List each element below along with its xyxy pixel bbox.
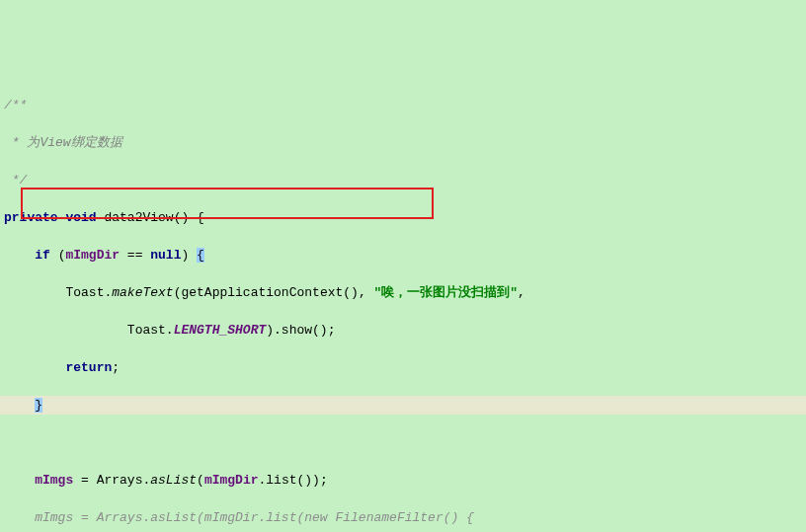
commented-code: mImgs = Arrays.asList(mImgDir.list(new F… [35,510,474,525]
text: (getApplicationContext(), [174,285,374,300]
highlighted-line: } [0,396,806,415]
text: ) [181,248,197,263]
field-mimgdir-2: mImgDir [204,473,259,488]
static-call-aslist: asList [150,473,197,488]
static-call-maketext: makeText [112,285,173,300]
text: ( [197,473,204,488]
brace-close: } [35,398,42,413]
code-block: /** * 为View绑定数据 */ private void data2Vie… [0,75,806,532]
string-literal: "唉，一张图片没扫描到" [374,285,519,300]
comment-close: */ [4,173,27,188]
text: , [518,285,525,300]
keyword-null: null [150,248,181,263]
keyword-private: private [4,210,58,225]
method-signature: data2View() { [97,210,204,225]
text: = Arrays. [73,473,150,488]
field-mimgs: mImgs [35,473,73,488]
text: ( [50,248,66,263]
comment-cn: * 为View绑定数据 [4,135,122,150]
keyword-void: void [65,210,96,225]
keyword-if: if [35,248,50,263]
text: == [120,248,150,263]
text: ).show(); [266,323,335,338]
text: Toast. [127,323,174,338]
brace-open: { [197,248,204,263]
text: .list()); [258,473,327,488]
semicolon: ; [112,360,120,375]
comment-open: /** [4,98,27,113]
field-mimgdir: mImgDir [65,248,120,263]
keyword-return: return [65,360,112,375]
static-field-length-short: LENGTH_SHORT [174,323,267,338]
text: Toast. [65,285,112,300]
